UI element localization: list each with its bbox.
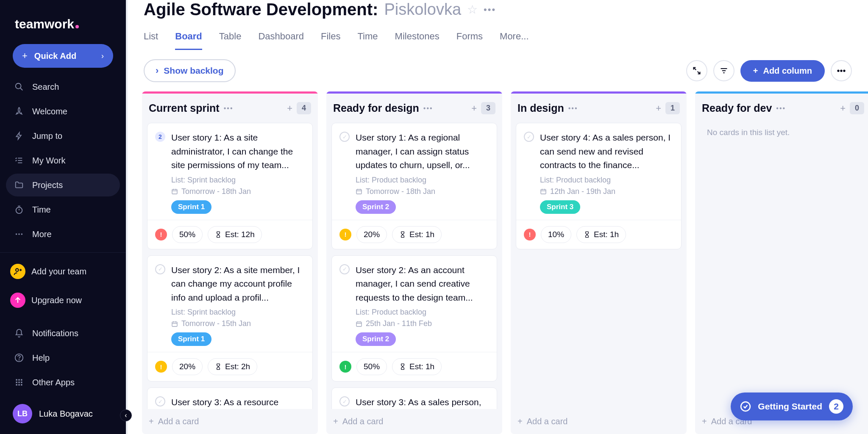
card-title: User story 3: As a sales person, — [356, 395, 489, 409]
sidebar-item-help[interactable]: Help — [6, 346, 120, 369]
sidebar-item-my-work[interactable]: My Work — [6, 149, 120, 172]
card[interactable]: ✓User story 1: As a regional manager, I … — [331, 123, 497, 249]
card[interactable]: 2User story 1: As a site administrator, … — [147, 123, 313, 249]
project-title-name: Piskolovka — [384, 0, 461, 19]
card-count-badge: 2 — [155, 132, 165, 142]
card[interactable]: ✓User story 3: As a sales person, — [331, 387, 497, 409]
quick-add-button[interactable]: + Quick Add › — [13, 44, 113, 68]
plus-icon: + — [753, 66, 758, 76]
tab-milestones[interactable]: Milestones — [395, 31, 440, 50]
check-circle-icon[interactable]: ✓ — [339, 396, 350, 406]
sidebar: teamwork + Quick Add › Search Welcome Ju… — [0, 0, 126, 434]
sidebar-item-upgrade[interactable]: Upgrade now — [6, 287, 120, 314]
column-count: 0 — [850, 102, 864, 114]
grid-icon — [14, 377, 25, 388]
tab-forms[interactable]: Forms — [456, 31, 483, 50]
column: Ready for dev•••+0No cards in this list … — [695, 91, 868, 434]
check-circle-icon[interactable]: ✓ — [155, 396, 165, 406]
expand-button[interactable] — [686, 60, 707, 81]
svg-rect-18 — [18, 379, 19, 381]
column-add-button[interactable]: + — [840, 103, 846, 114]
column-add-button[interactable]: + — [287, 103, 292, 114]
card[interactable]: ✓User story 4: As a sales person, I can … — [516, 123, 682, 249]
user-profile[interactable]: LB Luka Bogavac — [0, 398, 126, 434]
priority-badge: ! — [155, 361, 167, 373]
card-date: 12th Jan - 19th Jan — [540, 187, 673, 196]
sidebar-item-other-apps[interactable]: Other Apps — [6, 371, 120, 394]
add-card-button[interactable]: +Add a card — [142, 409, 318, 434]
board-more-button[interactable]: ••• — [831, 60, 852, 81]
estimate-pill: Est: 1h — [392, 358, 442, 375]
svg-rect-19 — [21, 379, 22, 381]
filter-button[interactable] — [713, 60, 734, 81]
check-circle-icon[interactable]: ✓ — [339, 132, 350, 142]
svg-point-10 — [21, 233, 23, 235]
sidebar-item-time[interactable]: Time — [6, 198, 120, 221]
check-circle-icon[interactable]: ✓ — [524, 132, 534, 142]
empty-message: No cards in this list yet. — [700, 123, 866, 142]
priority-badge: ! — [155, 229, 167, 240]
card[interactable]: ✓User story 2: As an account manager, I … — [331, 255, 497, 382]
column-count: 4 — [297, 102, 311, 114]
add-column-button[interactable]: +Add column — [740, 60, 825, 82]
sidebar-item-jump-to[interactable]: Jump to — [6, 124, 120, 147]
sidebar-item-projects[interactable]: Projects — [6, 174, 120, 196]
progress-pill: 50% — [172, 226, 203, 243]
show-backlog-button[interactable]: › Show backlog — [144, 59, 236, 82]
column: In design•••+1✓User story 4: As a sales … — [511, 91, 687, 434]
column-more-button[interactable]: ••• — [776, 105, 786, 112]
getting-started-button[interactable]: Getting Started 2 — [731, 393, 853, 420]
card-title: User story 1: As a site administrator, I… — [171, 131, 305, 172]
card[interactable]: ✓User story 2: As a site member, I can c… — [147, 255, 313, 382]
svg-rect-22 — [21, 381, 22, 383]
sidebar-item-add-team[interactable]: Add your team — [6, 258, 120, 285]
tab-list[interactable]: List — [144, 31, 158, 50]
card-date: 25th Jan - 11th Feb — [356, 319, 489, 328]
add-card-button[interactable]: +Add a card — [326, 409, 502, 434]
sidebar-item-welcome[interactable]: Welcome — [6, 100, 120, 123]
svg-point-11 — [16, 268, 19, 271]
column-title: In design — [517, 102, 564, 114]
card[interactable]: ✓User story 3: As a resource — [147, 387, 313, 409]
svg-line-1 — [20, 88, 23, 91]
sidebar-item-search[interactable]: Search — [6, 75, 120, 98]
column-more-button[interactable]: ••• — [568, 105, 578, 112]
avatar: LB — [13, 404, 32, 423]
card-list: List: Product backlog — [356, 176, 489, 185]
column-title: Current sprint — [149, 102, 220, 114]
sprint-tag: Sprint 2 — [356, 200, 396, 214]
card-date: Tomorrow - 15th Jan — [171, 319, 305, 328]
stopwatch-icon — [14, 204, 25, 215]
column-more-button[interactable]: ••• — [224, 105, 234, 112]
column-more-button[interactable]: ••• — [423, 105, 433, 112]
svg-point-0 — [16, 83, 21, 89]
sidebar-item-notifications[interactable]: Notifications — [6, 322, 120, 345]
tab-board[interactable]: Board — [175, 31, 202, 50]
star-icon[interactable]: ☆ — [467, 3, 478, 17]
tab-table[interactable]: Table — [219, 31, 242, 50]
check-circle-icon[interactable]: ✓ — [155, 264, 165, 274]
add-card-button[interactable]: +Add a card — [511, 409, 687, 434]
svg-rect-43 — [356, 322, 362, 326]
project-more-button[interactable]: ••• — [484, 4, 496, 15]
column-add-button[interactable]: + — [656, 103, 661, 114]
check-circle-icon[interactable]: ✓ — [339, 264, 350, 274]
card-title: User story 2: As an account manager, I c… — [356, 263, 489, 305]
sprint-tag: Sprint 1 — [171, 200, 211, 214]
svg-rect-31 — [172, 189, 177, 194]
column-title: Ready for design — [333, 102, 419, 114]
checklist-icon — [14, 155, 25, 166]
bolt-icon — [14, 130, 25, 141]
tab-time[interactable]: Time — [358, 31, 378, 50]
collapse-sidebar-button[interactable]: ‹ — [120, 409, 132, 421]
estimate-pill: Est: 1h — [576, 226, 626, 243]
column-add-button[interactable]: + — [471, 103, 477, 114]
card-list: List: Product backlog — [356, 308, 489, 317]
estimate-pill: Est: 12h — [208, 226, 262, 243]
tab-files[interactable]: Files — [321, 31, 340, 50]
tab-dashboard[interactable]: Dashboard — [258, 31, 304, 50]
card-title: User story 4: As a sales person, I can s… — [540, 131, 673, 172]
svg-point-8 — [16, 233, 17, 235]
tab-more[interactable]: More... — [500, 31, 529, 50]
sidebar-item-more[interactable]: More — [6, 223, 120, 246]
